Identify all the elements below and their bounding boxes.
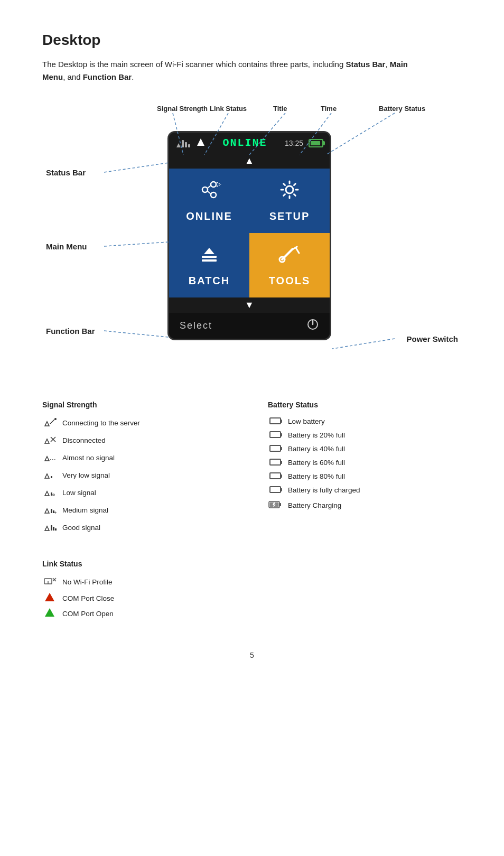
almost-none-label: Almost no signal [62,454,115,462]
page-title: Desktop [42,32,462,49]
device-function-bar: Select [169,313,330,339]
device-link-icon [197,138,205,148]
device-title: ONLINE [208,137,282,149]
menu-label-batch: BATCH [189,275,230,287]
svg-point-10 [286,186,293,193]
legend-item-bat80: Battery is 80% full [268,471,462,481]
svg-marker-48 [45,526,49,531]
no-wifi-label: No Wi-Fi Profile [62,578,113,586]
legend-item-medium: Medium signal [42,504,236,517]
svg-rect-43 [53,494,54,496]
legend-item-connecting: Connecting to the server [42,416,236,430]
svg-line-8 [208,185,211,188]
legend-item-charging: Battery Charging [268,499,462,512]
legend-item-no-wifi: No Wi-Fi Profile [42,575,462,589]
svg-point-5 [202,187,208,192]
svg-line-17 [296,248,299,253]
low-icon [42,486,57,499]
menu-label-tools: TOOLS [269,275,311,287]
svg-marker-39 [45,474,49,478]
function-bar-select: Select [180,320,212,331]
svg-rect-42 [51,492,52,496]
bat60-label: Battery is 60% full [288,459,345,467]
legend-item-bat20: Battery is 20% full [268,430,462,440]
legend-item-com-closed: COM Port Close [42,593,462,604]
bat80-icon [268,471,283,481]
online-icon [197,179,222,205]
device-mockup: ONLINE 13:25 ▲ [167,131,331,340]
svg-marker-29 [45,422,49,426]
device-nav-up: ▲ [169,153,330,169]
svg-point-7 [211,192,216,198]
svg-rect-51 [55,528,57,531]
svg-rect-3 [188,144,190,147]
legend-item-disconnected: Disconnected [42,434,236,447]
signal-strength-legend: Signal Strength Connecting to the server [42,401,236,538]
link-status-section: Link Status No Wi-Fi Profile COM Port Cl… [42,560,462,619]
svg-marker-4 [197,138,204,146]
medium-icon [42,504,57,517]
svg-line-26 [104,242,169,246]
menu-label-setup: SETUP [269,210,310,222]
svg-rect-46 [53,510,54,513]
bat80-label: Battery is 80% full [288,472,345,480]
com-open-icon [42,608,57,619]
label-link-status: Link Status [210,105,247,113]
svg-rect-1 [182,140,184,147]
bat100-icon [268,485,283,495]
connecting-label: Connecting to the server [62,419,140,427]
disconnected-label: Disconnected [62,436,106,444]
bat60-icon [268,458,283,467]
bat0-label: Low battery [288,417,325,425]
intro-paragraph: The Desktop is the main screen of Wi-Fi … [42,58,412,83]
menu-item-tools: TOOLS [249,233,330,297]
very-low-label: Very low signal [62,471,110,479]
device-main-menu: ONLINE SETUP [169,169,330,297]
connecting-icon [42,416,57,430]
svg-rect-40 [51,476,52,478]
almost-none-icon [42,451,57,464]
label-status-bar: Status Bar [46,168,86,177]
device-signal-icon [175,138,191,148]
power-button-icon [306,318,319,333]
setup-icon [277,179,302,205]
com-closed-label: COM Port Close [62,594,114,602]
menu-item-online: ONLINE [169,169,249,233]
svg-point-31 [54,418,57,420]
bat40-label: Battery is 40% full [288,445,345,453]
legend-item-good: Good signal [42,521,236,534]
svg-marker-44 [45,509,49,513]
svg-rect-49 [51,525,52,531]
svg-point-6 [211,182,216,187]
svg-line-25 [104,163,169,172]
svg-marker-41 [45,491,49,496]
signal-strength-title: Signal Strength [42,401,236,409]
very-low-icon [42,469,57,482]
disconnected-icon [42,434,57,447]
charging-icon [268,499,283,512]
legend-item-very-low: Very low signal [42,469,236,482]
medium-label: Medium signal [62,506,108,514]
bat20-icon [268,430,283,440]
batch-icon [197,244,222,269]
battery-status-legend: Battery Status Low battery Battery is 20… [268,401,462,538]
svg-rect-45 [51,509,52,513]
menu-item-setup: SETUP [249,169,330,233]
device-battery-icon [309,139,323,147]
device-time: 13:25 [285,139,303,147]
svg-rect-53 [279,503,281,506]
svg-line-9 [208,191,211,194]
svg-rect-12 [202,256,217,258]
label-power-switch: Power Switch [406,334,458,343]
link-status-title: Link Status [42,560,462,568]
legend-item-bat60: Battery is 60% full [268,458,462,467]
svg-line-28 [332,339,395,349]
label-function-bar: Function Bar [46,327,95,336]
label-battery-status-top: Battery Status [379,105,425,113]
svg-marker-32 [45,439,49,443]
svg-line-24 [326,113,395,155]
label-signal-strength: Signal Strength [157,105,208,113]
device-status-bar: ONLINE 13:25 [169,133,330,153]
svg-rect-50 [53,527,54,531]
bat0-icon [268,416,283,426]
